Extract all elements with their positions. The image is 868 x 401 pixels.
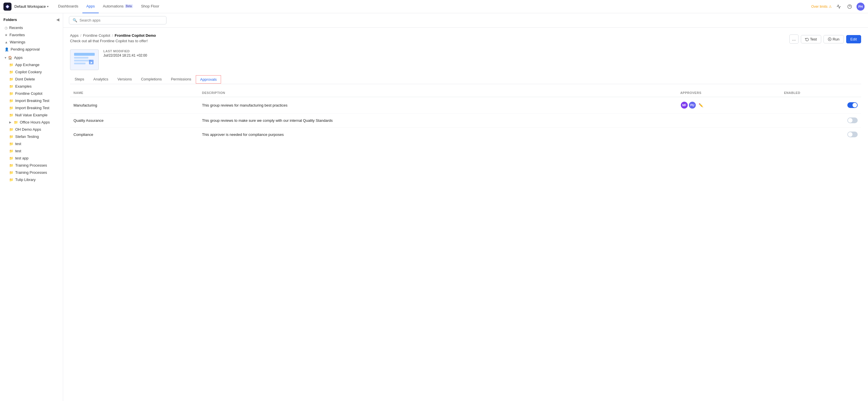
edit-label: Edit <box>850 37 857 41</box>
sidebar-item-stefan[interactable]: 📁 Stefan Testing <box>1 133 62 140</box>
over-limits-indicator[interactable]: Over limits ⚠ <box>811 5 832 9</box>
sidebar-item-null-value[interactable]: 📁 Null Value Example <box>1 111 62 119</box>
row-desc-manufacturing: This group reviews for manufacturing bes… <box>198 97 677 113</box>
sidebar-item-dont-delete[interactable]: 📁 Dont Delete <box>1 76 62 83</box>
logo[interactable] <box>3 3 11 11</box>
svg-marker-5 <box>829 38 830 40</box>
tab-apps[interactable]: Apps <box>82 0 99 13</box>
run-button[interactable]: Run <box>824 35 844 44</box>
play-icon <box>828 37 832 41</box>
tab-approvals[interactable]: Approvals <box>196 75 221 84</box>
sidebar-item-recents[interactable]: ◷ Recents <box>1 24 62 31</box>
row-enabled-manufacturing <box>780 97 861 113</box>
last-modified-label: LAST MODIFIED <box>103 49 147 53</box>
sidebar-item-test2[interactable]: 📁 test <box>1 147 62 154</box>
sidebar-item-label: Pending approval <box>11 47 58 51</box>
sidebar-item-label: Examples <box>15 84 58 88</box>
sidebar-item-warnings[interactable]: ▲ Warnings <box>1 38 62 46</box>
sidebar-item-label: Warnings <box>10 40 58 44</box>
sidebar-item-pending[interactable]: 👤 Pending approval <box>1 46 62 53</box>
sidebar-item-label: test app <box>15 156 58 160</box>
sidebar-item-label: Import Breaking Test <box>15 106 58 110</box>
tab-dashboards[interactable]: Dashboards <box>54 0 82 13</box>
sidebar-item-label: Stefan Testing <box>15 135 58 139</box>
folder-small-icon: 📁 <box>9 63 13 67</box>
sidebar-item-label: Recents <box>9 26 58 30</box>
sidebar-item-label: App Exchange <box>15 63 58 67</box>
sidebar-item-apps[interactable]: ▾ 🏠 Apps <box>1 54 62 61</box>
sidebar-item-training-2[interactable]: 📁 Training Processes <box>1 169 62 176</box>
workspace-selector[interactable]: Default Workspace ▾ <box>14 4 49 9</box>
sidebar-title: Folders <box>3 18 17 22</box>
folder-small-icon: 📁 <box>9 164 13 168</box>
chevron-right-icon: ▶ <box>9 121 11 124</box>
app-thumbnail <box>70 49 99 70</box>
sidebar-item-import-breaking-2[interactable]: 📁 Import Breaking Test <box>1 104 62 111</box>
sidebar-item-app-exchange[interactable]: 📁 App Exchange <box>1 61 62 68</box>
folder-small-icon: 📁 <box>9 70 13 74</box>
edit-approvers-icon[interactable]: ✏️ <box>699 103 703 108</box>
help-icon[interactable] <box>846 3 854 11</box>
row-name-compliance: Compliance <box>70 127 198 142</box>
ellipsis-icon: ... <box>792 36 796 41</box>
tab-automations[interactable]: Automations Beta <box>99 0 137 13</box>
approver-avatar-mf: MF <box>680 101 688 109</box>
breadcrumb-sep-1: / <box>81 33 82 38</box>
sidebar-item-office-hours[interactable]: ▶ 📁 Office Hours Apps <box>1 119 62 126</box>
sidebar-item-test1[interactable]: 📁 test <box>1 140 62 147</box>
sidebar-item-tulip-library[interactable]: 📁 Tulip Library <box>1 176 62 183</box>
search-bar[interactable]: 🔍 <box>69 16 166 24</box>
user-avatar[interactable]: PH <box>857 3 865 11</box>
run-label: Run <box>833 37 840 41</box>
tab-completions[interactable]: Completions <box>136 75 166 84</box>
search-input[interactable] <box>80 18 163 22</box>
sidebar-item-oh-demo[interactable]: 📁 OH Demo Apps <box>1 126 62 133</box>
search-area: 🔍 <box>63 13 868 28</box>
refresh-icon <box>805 37 809 41</box>
tab-steps[interactable]: Steps <box>70 75 89 84</box>
sidebar-item-label: test <box>15 149 58 153</box>
breadcrumb: Apps / Frontline Copilot / Frontline Cop… <box>70 33 156 38</box>
beta-badge: Beta <box>125 4 133 8</box>
toggle-manufacturing[interactable] <box>847 102 858 108</box>
app-layout: Folders ◀ ◷ Recents ★ Favorites ▲ Warnin… <box>0 13 868 401</box>
over-limits-text: Over limits <box>811 5 828 9</box>
tab-shopfloor[interactable]: Shop Floor <box>137 0 163 13</box>
sidebar-item-training-1[interactable]: 📁 Training Processes <box>1 162 62 169</box>
topnav: Default Workspace ▾ Dashboards Apps Auto… <box>0 0 868 13</box>
sidebar-item-label: Tulip Library <box>15 177 58 182</box>
sidebar-item-import-breaking-1[interactable]: 📁 Import Breaking Test <box>1 97 62 104</box>
activity-icon[interactable] <box>835 3 843 11</box>
test-button[interactable]: Test <box>801 35 821 44</box>
folder-small-icon: 📁 <box>9 113 13 117</box>
svg-rect-6 <box>74 53 95 56</box>
approver-avatar-pu: PU <box>688 101 696 109</box>
breadcrumb-frontline-copilot[interactable]: Frontline Copilot <box>83 33 110 38</box>
sidebar-collapse-icon[interactable]: ◀ <box>56 17 59 22</box>
sidebar-item-examples[interactable]: 📁 Examples <box>1 83 62 90</box>
sidebar-item-copilot-cookery[interactable]: 📁 Copilot Cookery <box>1 68 62 76</box>
more-actions-button[interactable]: ... <box>789 34 799 44</box>
folder-small-icon: 📁 <box>9 142 13 146</box>
sidebar-item-favorites[interactable]: ★ Favorites <box>1 31 62 38</box>
sidebar-item-label: Apps <box>14 55 58 60</box>
toggle-compliance[interactable] <box>847 132 858 137</box>
row-enabled-compliance <box>780 127 861 142</box>
breadcrumb-apps[interactable]: Apps <box>70 33 79 38</box>
edit-button[interactable]: Edit <box>846 35 861 44</box>
tab-permissions[interactable]: Permissions <box>166 75 196 84</box>
sidebar-item-frontline-copilot[interactable]: 📁 Frontline Copilot <box>1 90 62 97</box>
col-header-name: NAME <box>70 89 198 97</box>
tab-versions[interactable]: Versions <box>113 75 136 84</box>
folder-small-icon: 📁 <box>9 92 13 96</box>
sidebar-item-test-app[interactable]: 📁 test app <box>1 154 62 162</box>
sidebar-item-label: Office Hours Apps <box>20 120 58 124</box>
toggle-quality[interactable] <box>847 117 858 123</box>
main-content: 🔍 Apps / Frontline Copilot / Frontline C… <box>63 13 868 401</box>
last-modified-value: Jul/22/2024 18:21:41 +02:00 <box>103 53 147 57</box>
tab-analytics[interactable]: Analytics <box>89 75 113 84</box>
svg-rect-7 <box>74 57 88 59</box>
row-approvers-quality <box>677 113 781 127</box>
folder-small-icon: 📁 <box>9 178 13 182</box>
workspace-chevron-icon: ▾ <box>47 5 49 8</box>
